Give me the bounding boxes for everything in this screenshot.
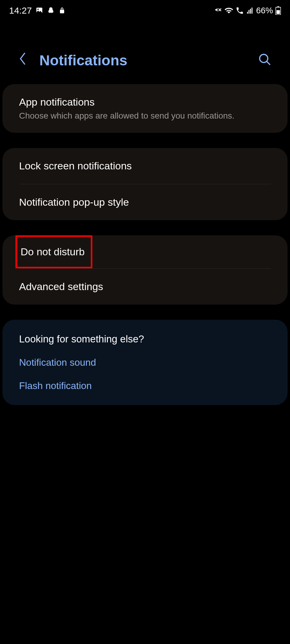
lock-icon xyxy=(58,7,66,14)
mute-icon xyxy=(214,7,222,15)
looking-for-heading: Looking for something else? xyxy=(2,320,288,351)
back-icon[interactable] xyxy=(18,51,27,69)
display-style-card: Lock screen notifications Notification p… xyxy=(2,148,288,220)
dnd-advanced-card: Do not disturb Advanced settings xyxy=(2,235,288,305)
lock-screen-item[interactable]: Lock screen notifications xyxy=(2,148,288,184)
page-header: Notifications xyxy=(0,21,290,84)
dnd-title: Do not disturb xyxy=(21,246,85,258)
svg-point-5 xyxy=(260,54,268,63)
search-icon[interactable] xyxy=(258,53,272,68)
status-left: 14:27 xyxy=(9,5,66,16)
lock-screen-title: Lock screen notifications xyxy=(19,160,271,172)
snapchat-icon xyxy=(47,7,55,15)
wifi-calling-icon xyxy=(236,6,244,15)
header-left: Notifications xyxy=(18,51,127,69)
looking-for-card: Looking for something else? Notification… xyxy=(2,320,288,405)
app-notifications-card: App notifications Choose which apps are … xyxy=(2,84,288,133)
notification-sound-link[interactable]: Notification sound xyxy=(2,351,288,374)
svg-line-6 xyxy=(267,61,270,65)
advanced-settings-title: Advanced settings xyxy=(19,281,271,293)
flash-notification-link[interactable]: Flash notification xyxy=(2,374,288,405)
svg-point-1 xyxy=(38,9,39,10)
status-right: 66% xyxy=(214,6,281,15)
page-title: Notifications xyxy=(39,52,127,69)
app-notifications-subtitle: Choose which apps are allowed to send yo… xyxy=(19,111,271,121)
highlight-box: Do not disturb xyxy=(15,235,92,268)
advanced-settings-item[interactable]: Advanced settings xyxy=(2,269,288,305)
status-time: 14:27 xyxy=(9,5,32,16)
popup-style-item[interactable]: Notification pop-up style xyxy=(2,184,288,220)
battery-percent: 66% xyxy=(256,6,273,15)
wifi-icon xyxy=(225,6,233,15)
photo-icon xyxy=(35,7,43,15)
svg-rect-3 xyxy=(277,6,279,7)
signal-icon xyxy=(246,7,254,14)
dnd-item[interactable]: Do not disturb xyxy=(2,235,288,268)
app-notifications-title: App notifications xyxy=(19,96,271,108)
popup-style-title: Notification pop-up style xyxy=(19,196,271,208)
battery-icon xyxy=(275,6,281,15)
app-notifications-item[interactable]: App notifications Choose which apps are … xyxy=(2,84,288,133)
svg-rect-4 xyxy=(276,10,280,14)
status-bar: 14:27 66% xyxy=(0,0,290,21)
